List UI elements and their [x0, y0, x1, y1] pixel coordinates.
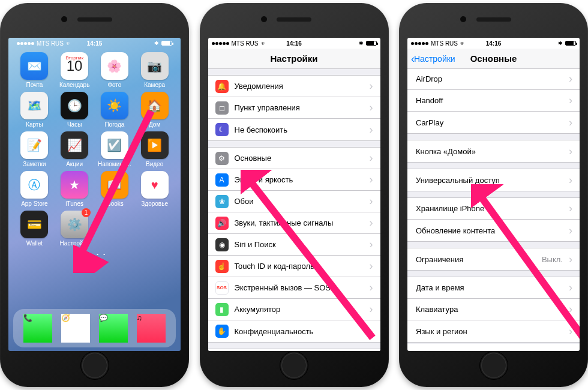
chevron-right-icon: › [569, 281, 572, 294]
row-label: Хранилище iPhone [416, 204, 484, 213]
app-Напомина...[interactable]: ☑️Напомина... [96, 131, 134, 167]
navbar: ‹ Настройки Основные [407, 49, 580, 69]
settings-row[interactable]: Handoff› [407, 90, 580, 112]
settings-row[interactable]: Кнопка «Домой»› [407, 140, 580, 162]
app-Часы[interactable]: 🕒Часы [56, 92, 94, 128]
app-label: Почта [26, 82, 43, 88]
settings-row[interactable]: Хранилище iPhone› [407, 198, 580, 220]
row-icon: ✋ [215, 325, 229, 338]
clock: 14:15 [13, 40, 176, 47]
settings-row[interactable]: Универсальный доступ› [407, 169, 580, 191]
settings-row[interactable]: ⒶiTunes Store и App Store› [208, 349, 380, 351]
clock: 14:16 [208, 40, 380, 47]
app-label: Акции [66, 161, 83, 167]
chevron-right-icon: › [370, 260, 373, 272]
settings-row[interactable]: Обновление контента› [407, 220, 580, 241]
row-detail: Выкл. [542, 255, 563, 264]
app-Календарь[interactable]: Вторник10Календарь [56, 52, 94, 88]
settings-row[interactable]: ⚙Основные› [208, 148, 380, 169]
app-label: Погода [104, 121, 124, 128]
phone-3: MTS RUS ᯤ 14:16 ✱ ‹ Настройки Основные A… [399, 3, 588, 387]
app-icon: 💳 [20, 211, 48, 238]
row-label: Siri и Поиск [235, 240, 276, 249]
app-Заметки[interactable]: 📝Заметки [16, 131, 53, 167]
status-bar: MTS RUS ᯤ 14:16 ✱ [208, 38, 380, 49]
app-Здоровье[interactable]: ♥Здоровье [136, 171, 173, 207]
row-icon: ☝ [215, 260, 229, 273]
settings-row[interactable]: AirDrop› [407, 68, 580, 90]
app-Акции[interactable]: 📈Акции [56, 131, 94, 167]
app-Видео[interactable]: ▶️Видео [136, 131, 173, 167]
app-icon: 🕒 [61, 92, 88, 119]
battery-icon [161, 41, 172, 46]
settings-row[interactable]: ОграниченияВыкл.› [407, 248, 580, 270]
settings-row[interactable]: Дата и время› [407, 277, 580, 299]
row-label: Звуки, тактильные сигналы [235, 218, 334, 227]
row-label: Ограничения [416, 255, 463, 264]
settings-row[interactable]: ❀Обои› [208, 191, 380, 212]
app-label: Календарь [59, 82, 89, 88]
chevron-right-icon: › [370, 303, 373, 316]
app-label: Wallet [26, 240, 43, 247]
settings-row[interactable]: ✋Конфиденциальность› [208, 320, 380, 342]
battery-icon [565, 41, 576, 46]
settings-row[interactable]: CarPlay› [407, 112, 580, 133]
settings-row[interactable]: ◉Siri и Поиск› [208, 234, 380, 256]
app-Камера[interactable]: 📷Камера [136, 52, 173, 88]
chevron-right-icon: › [370, 152, 373, 164]
row-icon: 🔔 [215, 80, 229, 93]
row-label: Аккумулятор [235, 305, 281, 314]
app-label: Здоровье [141, 200, 168, 207]
app-Фото[interactable]: 🌸Фото [96, 52, 134, 88]
app-label: Дом [149, 121, 160, 128]
app-Настройки[interactable]: ⚙️1Настройки [56, 211, 94, 247]
row-icon: ⚙ [215, 152, 229, 165]
dock-app[interactable]: 📞 [23, 314, 52, 343]
app-Карты[interactable]: 🗺️Карты [16, 92, 53, 128]
back-button[interactable]: ‹ Настройки [411, 54, 455, 64]
settings-row[interactable]: 🔊Звуки, тактильные сигналы› [208, 212, 380, 234]
settings-row[interactable]: SOSЭкстренный вызов — SOS› [208, 277, 380, 299]
clock: 14:16 [407, 40, 580, 47]
settings-row[interactable]: ◻Пункт управления› [208, 97, 380, 119]
chevron-right-icon: › [569, 325, 572, 338]
dock-app[interactable]: ♫ [137, 314, 166, 343]
app-Wallet[interactable]: 💳Wallet [16, 211, 53, 247]
settings-row[interactable]: ▮Аккумулятор› [208, 299, 380, 320]
app-label: iTunes [65, 200, 83, 207]
row-icon: ▮ [215, 303, 229, 316]
settings-row[interactable]: Клавиатура› [407, 299, 580, 320]
app-icon: ♥ [141, 171, 169, 199]
app-Почта[interactable]: ✉️Почта [16, 52, 53, 88]
chevron-right-icon: › [370, 281, 373, 294]
row-label: CarPlay [416, 118, 443, 127]
dock: 📞🧭💬♫ [13, 309, 176, 347]
phone-2: MTS RUS ᯤ 14:16 ✱ Настройки 🔔Уведомления… [200, 3, 389, 387]
settings-row[interactable]: 🔔Уведомления› [208, 76, 380, 97]
status-bar: MTS RUS ᯤ 14:15 ✱ [13, 38, 176, 49]
settings-row[interactable]: Язык и регион› [407, 320, 580, 342]
app-Погода[interactable]: ☀️Погода [96, 92, 134, 128]
app-icon: Ⓐ [20, 171, 48, 199]
app-icon: ☀️ [101, 92, 128, 119]
settings-row[interactable]: ☝Touch ID и код-пароль› [208, 256, 380, 277]
app-Дом[interactable]: 🏠Дом [136, 92, 173, 128]
row-icon: ☾ [215, 123, 229, 136]
settings-list[interactable]: 🔔Уведомления›◻Пункт управления›☾Не беспо… [208, 69, 380, 351]
chevron-right-icon: › [569, 116, 572, 129]
app-icon: 🌸 [101, 52, 128, 80]
chevron-right-icon: › [569, 174, 572, 187]
app-iTunes[interactable]: ★iTunes [56, 171, 94, 207]
settings-row[interactable]: ☾Не беспокоить› [208, 119, 380, 140]
row-label: Дата и время [416, 283, 464, 292]
app-iBooks[interactable]: 📖iBooks [96, 171, 134, 207]
dock-app[interactable]: 🧭 [61, 314, 90, 343]
general-list[interactable]: AirDrop›Handoff›CarPlay› Кнопка «Домой»›… [407, 62, 580, 344]
dock-app[interactable]: 💬 [99, 314, 128, 343]
app-App Store[interactable]: ⒶApp Store [16, 171, 53, 207]
settings-row[interactable]: AЭкран и яркость› [208, 169, 380, 191]
chevron-right-icon: › [569, 73, 572, 85]
chevron-right-icon: › [370, 173, 373, 186]
phone-1: MTS RUS ᯤ 14:15 ✱ ✉️ПочтаВторник10Календ… [0, 3, 189, 387]
page-indicator[interactable]: • ● • • [13, 251, 176, 257]
